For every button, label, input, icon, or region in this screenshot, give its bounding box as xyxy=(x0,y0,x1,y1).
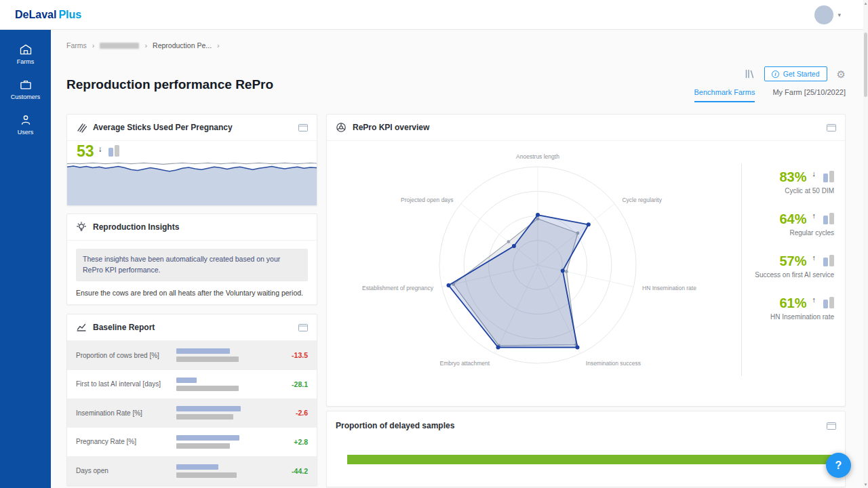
table-row: Proportion of cows bred [%]-13.5 xyxy=(67,341,317,370)
row-label: First to last AI interval [days] xyxy=(76,380,176,389)
trend-down-icon: ↓ xyxy=(98,144,102,154)
chevron-down-icon[interactable]: ▾ xyxy=(837,12,841,18)
expand-icon[interactable] xyxy=(827,124,836,131)
trend-up-icon: ↑ xyxy=(812,211,816,220)
scroll-up-arrow-icon[interactable]: ▲ xyxy=(863,1,868,5)
sidebar-item-label: Farms xyxy=(17,58,35,65)
user-menu[interactable]: ▾ xyxy=(814,5,841,24)
sidebar-item-label: Customers xyxy=(11,94,41,100)
insight-text: Ensure the cows are bred on all heats af… xyxy=(76,288,308,298)
delayed-bar-track xyxy=(347,455,835,464)
card-average-sticks: Average Sticks Used Per Pregnancy 53 ↓ xyxy=(66,114,317,206)
tab-benchmark-farms[interactable]: Benchmark Farms xyxy=(694,88,755,102)
chevron-right-icon: › xyxy=(92,41,95,49)
row-value: -44.2 xyxy=(242,467,308,475)
kpi-stats: 83%↓Cyclic at 50 DIM64%↑Regular cycles57… xyxy=(753,170,834,338)
sidebar-item-users[interactable]: Users xyxy=(0,107,51,142)
kpi-stat: 57%↑Success on first AI service xyxy=(753,254,834,279)
kpi-value: 64% xyxy=(779,212,806,226)
kpi-stat: 64%↑Regular cycles xyxy=(753,212,834,237)
card-repro-kpi-overview: RePro KPI overview Anoestrus lengthCycle… xyxy=(326,114,846,407)
trend-up-icon: ↑ xyxy=(812,253,816,262)
card-reproduction-insights: Reproduction Insights These insights hav… xyxy=(66,214,317,305)
table-row: Insemination Rate [%]-2.6 xyxy=(67,399,317,428)
sidebar: Farms Customers Users xyxy=(0,30,51,488)
bars-icon xyxy=(823,170,834,182)
svg-text:Insemination success: Insemination success xyxy=(586,360,641,367)
card-delayed-samples: Proportion of delayed samples xyxy=(326,411,846,487)
card-title: Baseline Report xyxy=(93,323,155,332)
table-row: First to last AI interval [days]-28.1 xyxy=(67,370,317,399)
kpi-stat: 83%↓Cyclic at 50 DIM xyxy=(753,170,834,195)
table-row: Pregnancy Rate [%]+2.8 xyxy=(67,428,317,457)
sticks-sparkline xyxy=(67,161,317,205)
sidebar-item-label: Users xyxy=(18,129,34,136)
insight-highlight: These insights have been automatically c… xyxy=(76,249,308,281)
get-started-label: Get Started xyxy=(783,70,820,78)
users-icon xyxy=(19,113,33,127)
scroll-down-arrow-icon[interactable]: ▼ xyxy=(863,483,868,487)
bars-icon xyxy=(823,296,834,308)
divider xyxy=(741,163,742,376)
trend-up-icon: ↑ xyxy=(812,296,816,304)
kpi-value: 57% xyxy=(779,254,806,268)
row-bars xyxy=(176,464,242,478)
chevron-right-icon: › xyxy=(144,41,147,49)
tab-my-farm[interactable]: My Farm [25/10/2022] xyxy=(772,88,846,102)
row-bars xyxy=(176,348,242,362)
sticks-value: 53 xyxy=(77,144,94,159)
kpi-stat: 61%↑HN Insemination rate xyxy=(753,296,834,321)
expand-icon[interactable] xyxy=(827,422,836,430)
breadcrumb-item-farms[interactable]: Farms xyxy=(66,41,87,49)
customers-icon xyxy=(19,78,33,92)
app-logo[interactable]: DeLavalPlus xyxy=(15,9,81,21)
row-bars xyxy=(176,378,242,391)
sidebar-item-customers[interactable]: Customers xyxy=(0,72,51,107)
get-started-button[interactable]: i Get Started xyxy=(764,66,827,81)
kpi-label: HN Insemination rate xyxy=(753,313,834,321)
row-label: Days open xyxy=(76,466,176,476)
expand-icon[interactable] xyxy=(298,324,308,331)
help-button[interactable]: ? xyxy=(826,453,851,478)
bars-icon xyxy=(823,254,834,266)
kpi-label: Regular cycles xyxy=(753,229,834,237)
card-header: Baseline Report xyxy=(67,314,317,341)
row-value: -2.6 xyxy=(242,409,308,417)
delayed-bar xyxy=(347,455,835,464)
card-baseline-report: Baseline Report Proportion of cows bred … xyxy=(66,314,317,486)
row-label: Pregnancy Rate [%] xyxy=(76,437,176,447)
row-value: +2.8 xyxy=(242,438,308,446)
scrollbar-thumb[interactable] xyxy=(864,33,867,97)
card-title: Proportion of delayed samples xyxy=(336,421,454,430)
svg-text:Anoestrus length: Anoestrus length xyxy=(516,153,559,160)
chevron-right-icon: › xyxy=(217,41,220,49)
svg-text:Projected open days: Projected open days xyxy=(401,197,454,203)
sidebar-item-farms[interactable]: Farms xyxy=(0,37,51,72)
card-header: Average Sticks Used Per Pregnancy xyxy=(67,115,317,141)
card-header: Reproduction Insights xyxy=(67,214,317,241)
kpi-value: 83% xyxy=(779,170,806,184)
sticks-icon xyxy=(76,122,87,133)
toolbar: i Get Started ⚙ xyxy=(744,66,846,81)
expand-icon[interactable] xyxy=(298,124,308,131)
avatar[interactable] xyxy=(814,5,833,24)
breadcrumb-item-farm-name-redacted[interactable] xyxy=(100,43,139,49)
row-bars xyxy=(176,435,242,449)
topbar: DeLavalPlus ▾ xyxy=(0,0,868,30)
svg-text:Embryo attachment: Embryo attachment xyxy=(439,360,490,367)
svg-text:Cycle regularity: Cycle regularity xyxy=(622,197,662,203)
benchmark-filter-icon[interactable] xyxy=(744,68,755,79)
row-value: -13.5 xyxy=(242,351,308,359)
table-row: Days open-44.2 xyxy=(67,456,317,485)
bars-icon xyxy=(108,144,119,157)
kpi-label: Cyclic at 50 DIM xyxy=(753,187,834,195)
row-value: -28.1 xyxy=(242,380,308,388)
bars-icon xyxy=(823,212,834,224)
brand-primary: DeLaval xyxy=(15,9,56,20)
view-tabs: Benchmark Farms My Farm [25/10/2022] xyxy=(694,88,846,102)
gear-icon[interactable]: ⚙ xyxy=(837,69,846,79)
card-header: Proportion of delayed samples xyxy=(327,411,845,437)
breadcrumb-item-current[interactable]: Reproduction Pe... xyxy=(153,41,212,49)
scrollbar: ▲ ▼ xyxy=(863,0,868,488)
row-label: Proportion of cows bred [%] xyxy=(76,351,176,361)
